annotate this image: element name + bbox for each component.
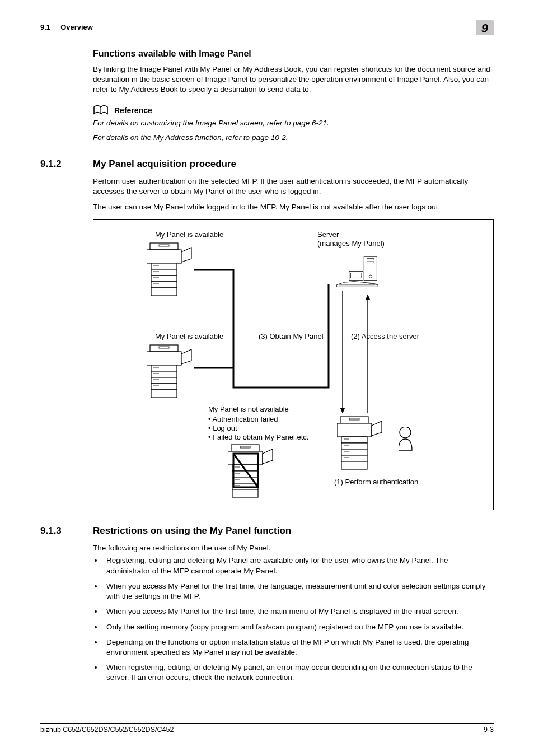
list-item: When you access My Panel for the first t…	[103, 581, 494, 601]
list-item: When you access My Panel for the first t…	[103, 606, 494, 617]
subsection-title: My Panel acquisition procedure	[93, 158, 236, 171]
list-item: Registering, editing and deleting My Pan…	[103, 556, 494, 576]
chapter-number-tab: 9	[476, 20, 494, 35]
subsection-title: Restrictions on using the My Panel funct…	[93, 525, 291, 538]
paragraph: The user can use My Panel while logged i…	[93, 202, 494, 212]
footer-page-number: 9-3	[484, 725, 494, 735]
paragraph: By linking the Image Panel with My Panel…	[93, 64, 494, 95]
restrictions-list: Registering, editing and deleting My Pan…	[93, 556, 494, 683]
reference-heading: Reference	[93, 105, 494, 116]
reference-line: For details on the My Address function, …	[93, 133, 494, 143]
list-item: When registering, editing, or deleting M…	[103, 662, 494, 683]
acquisition-diagram: My Panel is available Server (manages My…	[93, 219, 494, 510]
book-icon	[93, 105, 110, 116]
footer-model: bizhub C652/C652DS/C552/C552DS/C452	[40, 725, 174, 735]
paragraph: The following are restrictions on the us…	[93, 543, 494, 553]
subsection-number: 9.1.2	[40, 158, 74, 171]
list-item: Depending on the functions or option ins…	[103, 637, 494, 657]
list-item: Only the setting memory (copy program an…	[103, 622, 494, 632]
page-header: 9.1 Overview 9	[40, 20, 494, 35]
subsection-heading: 9.1.2 My Panel acquisition procedure	[40, 158, 494, 171]
subsection-number: 9.1.3	[40, 525, 74, 538]
reference-line: For details on customizing the Image Pan…	[93, 118, 494, 128]
reference-label: Reference	[114, 105, 152, 116]
heading-functions-available: Functions available with Image Panel	[93, 48, 494, 60]
diagram-connectors	[93, 220, 480, 511]
section-number: 9.1	[40, 23, 50, 31]
subsection-heading: 9.1.3 Restrictions on using the My Panel…	[40, 525, 494, 538]
page-footer: bizhub C652/C652DS/C552/C552DS/C452 9-3	[40, 723, 494, 735]
section-title: Overview	[60, 23, 93, 31]
section-header: 9.1 Overview	[40, 22, 93, 32]
paragraph: Perform user authentication on the selec…	[93, 176, 494, 197]
